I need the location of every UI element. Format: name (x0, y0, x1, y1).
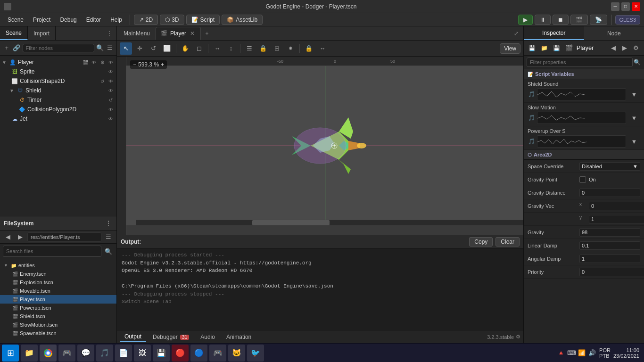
linear-damp-value[interactable] (579, 241, 640, 250)
taskbar-app7-button[interactable]: 🖼 (134, 345, 151, 362)
insp-save2-button[interactable]: 💾 (551, 43, 561, 53)
player-tab-close[interactable]: ✕ (189, 30, 196, 37)
viewport-canvas[interactable]: -50 0 50 (117, 57, 523, 235)
tree-item-sprite[interactable]: 🖼 Sprite 👁 (0, 67, 116, 76)
assetlib-button[interactable]: 📦 AssetLib (222, 15, 263, 25)
grid-settings-button[interactable]: ☰ (243, 42, 256, 55)
gravity-vec-x-input[interactable] (589, 202, 644, 210)
fs-item-player[interactable]: 🎬 Player.tscn (0, 295, 116, 304)
taskbar-spotify-button[interactable]: 🎵 (96, 345, 113, 362)
space-override-value[interactable]: Disabled ▼ (579, 162, 640, 171)
taskbar-pdf-button[interactable]: 📄 (115, 345, 132, 362)
movie-button[interactable]: 🎬 (570, 15, 588, 25)
shield-sound-wave[interactable] (537, 88, 626, 100)
priority-input[interactable] (579, 268, 644, 276)
angular-damp-value[interactable] (579, 255, 640, 263)
script-button[interactable]: 📝 Script (186, 15, 220, 25)
output-tab-output[interactable]: Output (120, 332, 146, 342)
gravity-distance-value[interactable] (579, 189, 640, 197)
insp-folder-button[interactable]: 📁 (539, 43, 549, 53)
tab-scene[interactable]: Scene (0, 26, 28, 40)
player-visibility-icon[interactable]: 👁 (90, 58, 98, 66)
menu-debug[interactable]: Debug (56, 15, 80, 25)
taskbar-app8-button[interactable]: 💾 (153, 345, 170, 362)
fs-item-shield[interactable]: 🎬 Shield.tscn (0, 312, 116, 321)
angular-damp-input[interactable] (579, 255, 640, 263)
player-eye-icon[interactable]: 👁 (107, 58, 115, 66)
output-tab-animation[interactable]: Animation (222, 332, 256, 342)
add-node-button[interactable]: + (3, 43, 11, 53)
tree-item-collision-shape[interactable]: ⬜ CollisionShape2D ↺ 👁 (0, 76, 116, 86)
script-variables-section[interactable]: 📝 Script Variables (524, 69, 644, 79)
slow-motion-dropdown[interactable]: ▼ (628, 112, 640, 124)
network-icon[interactable]: 📶 (578, 349, 586, 357)
taskbar-steam-button[interactable]: 🎮 (58, 345, 75, 362)
start-button[interactable]: ⊞ (2, 345, 19, 362)
filesystem-search-button[interactable]: 🔍 (103, 246, 114, 256)
2d-button[interactable]: ↗ 2D (134, 15, 158, 25)
tree-item-timer[interactable]: ⏱ Timer ↺ (0, 95, 116, 105)
filesystem-options-button[interactable]: ⋮ (104, 219, 113, 228)
tree-item-collision-polygon[interactable]: 🔷 CollisionPolygon2D 👁 (0, 105, 116, 114)
close-button[interactable]: ✕ (632, 2, 640, 11)
fs-item-explosion[interactable]: 🎬 Explosion.tscn (0, 278, 116, 287)
taskbar-vscode-button[interactable]: 🔵 (190, 345, 207, 362)
player-settings-icon[interactable]: ⚙ (99, 58, 106, 66)
taskbar-whatsapp-button[interactable]: 💬 (77, 345, 94, 362)
taskbar-files-button[interactable]: 📁 (21, 345, 38, 362)
output-tab-audio[interactable]: Audio (196, 332, 220, 342)
space-override-dropdown[interactable]: Disabled ▼ (579, 162, 640, 171)
canvas-hscroll-thumb[interactable] (252, 220, 330, 225)
gravity-distance-input[interactable] (579, 189, 640, 197)
clear-button[interactable]: Clear (495, 237, 520, 247)
scene-panel-options-button[interactable]: ⋮ (105, 29, 114, 38)
taskbar-app9-button[interactable]: 🔴 (172, 345, 189, 362)
link-node-button[interactable]: 🔗 (13, 43, 21, 53)
pivot-button[interactable]: ⁕ (284, 42, 297, 55)
output-tab-debugger[interactable]: Debugger 31 (148, 332, 194, 342)
shield-eye-icon[interactable]: 👁 (107, 87, 115, 94)
taskbar-steam2-button[interactable]: 🎮 (209, 345, 226, 362)
cs-refresh-icon[interactable]: ↺ (99, 77, 106, 85)
gravity-input[interactable] (579, 228, 640, 237)
zoom-in-button[interactable]: + (161, 61, 164, 68)
linear-damp-input[interactable] (579, 241, 640, 250)
notification-icon[interactable]: 🔺 (557, 349, 565, 357)
insp-save-button[interactable]: 💾 (527, 43, 537, 53)
powerup-over-dropdown[interactable]: ▼ (628, 135, 640, 148)
stop-button[interactable]: ⏹ (553, 15, 569, 25)
remote-button[interactable]: 📡 (590, 15, 607, 25)
volume-icon[interactable]: 🔊 (588, 349, 596, 357)
insp-nav-forward[interactable]: ▶ (619, 43, 630, 53)
fs-item-enemy[interactable]: 🎬 Enemy.tscn (0, 270, 116, 278)
zoom-out-button[interactable]: − (133, 61, 136, 68)
canvas-content[interactable] (126, 66, 523, 225)
smart-snap-button[interactable]: ↔ (316, 42, 329, 55)
fs-item-slowmotion[interactable]: 🎬 SlowMotion.tscn (0, 321, 116, 329)
filter-nodes-input[interactable] (23, 44, 94, 52)
fs-forward-button[interactable]: ▶ (15, 232, 25, 242)
menu-editor[interactable]: Editor (83, 15, 105, 25)
gravity-value[interactable] (579, 228, 640, 237)
tab-player[interactable]: 🎬 Player ✕ (156, 27, 201, 40)
flip-v-button[interactable]: ↕ (225, 42, 237, 55)
scale-tool-button[interactable]: ⬜ (161, 42, 173, 55)
insp-nav-settings[interactable]: ⚙ (631, 43, 641, 53)
taskbar-app13-button[interactable]: 🐦 (247, 345, 264, 362)
menu-project[interactable]: Project (29, 15, 54, 25)
player-sprite[interactable] (273, 108, 377, 183)
cs-eye-icon[interactable]: 👁 (107, 77, 115, 85)
jet-eye-icon[interactable]: 👁 (107, 115, 115, 123)
select-tool-button[interactable]: ↖ (120, 42, 132, 55)
node-tab[interactable]: Node (584, 26, 644, 40)
slow-motion-wave[interactable] (537, 112, 626, 124)
fs-list-toggle[interactable]: ☰ (103, 232, 114, 242)
tree-item-shield[interactable]: ▼ 🛡 Shield 👁 (0, 86, 116, 95)
area2d-section[interactable]: ⬡ Area2D (524, 150, 644, 160)
powerup-over-wave[interactable] (537, 135, 626, 148)
tab-import[interactable]: Import (28, 26, 56, 40)
sprite-eye-icon[interactable]: 👁 (107, 68, 115, 75)
gravity-point-checkbox[interactable] (579, 176, 586, 183)
move-tool-button[interactable]: ✛ (133, 42, 146, 55)
minimize-button[interactable]: ─ (611, 2, 619, 11)
